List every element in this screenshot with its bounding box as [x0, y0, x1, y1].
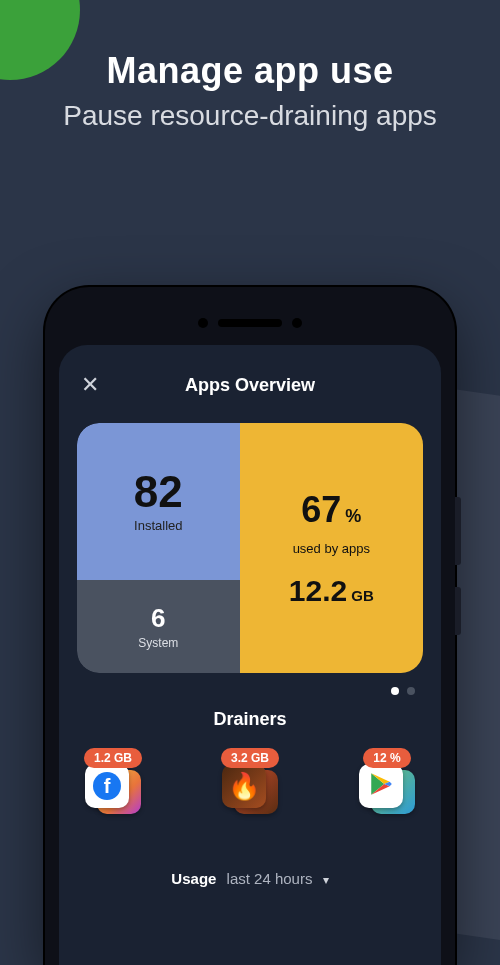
- phone-notch: [59, 301, 441, 345]
- drainer-badge: 1.2 GB: [84, 748, 142, 768]
- installed-tile[interactable]: 82 Installed: [77, 423, 240, 580]
- drainer-item[interactable]: 3.2 GB 🔥: [220, 748, 280, 814]
- usage-used-label: used by apps: [293, 541, 370, 556]
- usage-tile[interactable]: 67 % used by apps 12.2 GB: [240, 423, 423, 673]
- drainer-item[interactable]: 12 %: [357, 748, 417, 814]
- usage-size-unit: GB: [351, 587, 374, 604]
- installed-count: 82: [134, 470, 183, 514]
- usage-percent: 67: [301, 489, 341, 531]
- drainers-row: 1.2 GB f 3.2 GB 🔥: [77, 748, 423, 814]
- phone-side-button: [455, 497, 461, 565]
- pager-dots[interactable]: [77, 673, 423, 703]
- game-icon: 🔥: [222, 764, 266, 808]
- system-label: System: [138, 636, 178, 650]
- chevron-down-icon: ▾: [323, 873, 329, 887]
- drainers-title: Drainers: [77, 709, 423, 730]
- phone-mockup: ✕ Apps Overview 82 Installed 6 System: [45, 287, 455, 965]
- screen-title: Apps Overview: [185, 375, 315, 396]
- hero-subtitle: Pause resource-draining apps: [20, 98, 480, 133]
- drainer-item[interactable]: 1.2 GB f: [83, 748, 143, 814]
- pager-dot-active[interactable]: [391, 687, 399, 695]
- system-tile[interactable]: 6 System: [77, 580, 240, 673]
- play-store-icon: [359, 764, 403, 808]
- system-count: 6: [151, 603, 165, 634]
- usage-filter[interactable]: Usage last 24 hours ▾: [77, 870, 423, 887]
- hero-section: Manage app use Pause resource-draining a…: [0, 0, 500, 133]
- hero-title: Manage app use: [20, 50, 480, 92]
- close-button[interactable]: ✕: [81, 374, 99, 396]
- stats-card[interactable]: 82 Installed 6 System 67 % used by apps: [77, 423, 423, 673]
- usage-period: last 24 hours: [227, 870, 313, 887]
- flame-icon: 🔥: [228, 771, 260, 802]
- drainer-badge: 12 %: [363, 748, 410, 768]
- screen-header: ✕ Apps Overview: [77, 365, 423, 405]
- drainer-badge: 3.2 GB: [221, 748, 279, 768]
- usage-label: Usage: [171, 870, 216, 887]
- phone-side-button: [455, 587, 461, 635]
- usage-size: 12.2: [289, 574, 347, 608]
- app-screen: ✕ Apps Overview 82 Installed 6 System: [59, 345, 441, 965]
- percent-sign: %: [345, 506, 361, 527]
- pager-dot[interactable]: [407, 687, 415, 695]
- facebook-icon: f: [85, 764, 129, 808]
- installed-label: Installed: [134, 518, 182, 533]
